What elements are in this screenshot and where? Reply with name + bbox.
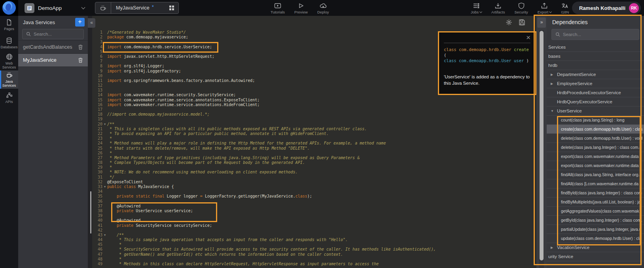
dependencies-tree: Servicesbaseshrdb▶DepartmentService▶Empl… <box>547 43 644 261</box>
code-line: 24 * Method names will play a major role… <box>92 141 535 146</box>
dependencies-scrollbar-thumb[interactable] <box>540 31 544 260</box>
search-icon <box>555 32 560 37</box>
sidebar-item-label: Web Services <box>0 61 18 69</box>
tree-node-row[interactable]: ▶DepartmentService <box>547 70 644 79</box>
header-jobs-button[interactable]: Jobs <box>466 0 487 16</box>
line-number: 37 <box>92 204 102 209</box>
tree-method-row[interactable]: count(class java.lang.String) : long <box>547 116 644 125</box>
fold-gutter <box>102 74 107 78</box>
tree-method-row[interactable]: delete(class java.lang.Integer) : class … <box>547 143 644 152</box>
tree-node-row[interactable]: bases <box>547 52 644 61</box>
trash-icon[interactable] <box>78 57 83 63</box>
service-list-item[interactable]: getCardsAndBalances <box>18 41 88 54</box>
line-number: 10 <box>92 74 102 78</box>
code-line: 18//import com.demoapp.myjavaservice.mod… <box>92 112 535 117</box>
tree-label: VacationService <box>557 245 589 250</box>
header-tutorials-button[interactable]: Tutorials <box>266 0 290 16</box>
line-number: 7 <box>92 59 102 64</box>
code-text: * Methods in this class can declare Http… <box>107 262 379 266</box>
sidebar-item-pages[interactable]: Pages <box>0 16 18 34</box>
dependencies-search <box>551 29 639 40</box>
i18n-icon <box>561 2 568 9</box>
tree-method-row[interactable]: getById(class java.lang.Integer) : class… <box>547 216 644 225</box>
trash-icon[interactable] <box>78 44 83 50</box>
services-search-input[interactable] <box>34 32 80 36</box>
fold-gutter <box>102 136 107 141</box>
header-center-actions: TutorialsPreviewDeploy <box>266 0 333 16</box>
app-switcher[interactable]: DemoApp <box>21 0 89 16</box>
tree-label: export(class com.wavemaker.runtime.data <box>561 163 639 168</box>
tree-method-row[interactable]: findAll(class [Lcom.wavemaker.runtime.da <box>547 179 644 188</box>
line-number: 28 <box>92 160 102 165</box>
tree-node-row[interactable]: ▶EmployeeService <box>547 79 644 88</box>
tree-method-row[interactable]: delete(class com.demoapp.hrdb.User) : vo… <box>547 134 644 143</box>
tree-method-row[interactable]: create(class com.demoapp.hrdb.User) : cl… <box>547 125 644 134</box>
sidebar-item-databases[interactable]: Databases <box>0 34 18 52</box>
code-text: * <box>107 165 112 170</box>
fold-marker-icon[interactable]: ▼ <box>102 122 107 127</box>
action-label: I18N <box>561 10 569 14</box>
file-tab[interactable]: MyJavaService * <box>95 2 179 14</box>
fold-marker-icon[interactable]: ▼ <box>102 184 107 189</box>
tree-method-row[interactable]: partialUpdate(class java.lang.Integer, j… <box>547 225 644 234</box>
tree-method-row[interactable]: findByMultipleIds(java.util.List, boolea… <box>547 198 644 207</box>
action-label: Jobs <box>471 10 479 14</box>
user-menu[interactable]: Ramesh Kothapalli RK <box>572 2 641 14</box>
code-text: * SecurityService that is Autowired will… <box>107 247 436 252</box>
header-export-button[interactable]: Export <box>533 0 556 16</box>
fold-gutter <box>102 117 107 122</box>
add-service-button[interactable]: + <box>75 18 85 27</box>
line-number: 29 <box>92 165 102 170</box>
header-i18n-button[interactable]: I18N <box>556 0 574 16</box>
security-icon <box>518 2 525 9</box>
line-number: 41 <box>92 223 102 228</box>
tree-node-row[interactable]: ▶VacationService <box>547 243 644 252</box>
service-list-item[interactable]: MyJavaService <box>18 54 88 67</box>
tree-method-row[interactable]: findById(class java.lang.Integer) : clas… <box>547 188 644 198</box>
tree-method-row[interactable]: export(class com.wavemaker.runtime.data <box>547 152 644 161</box>
tree-method-row[interactable]: export(class com.wavemaker.runtime.data <box>547 161 644 170</box>
header-artifacts-button[interactable]: Artifacts <box>487 0 510 16</box>
header-preview-button[interactable]: Preview <box>290 0 313 16</box>
code-line: 27 * Method Parameters of type primitive… <box>92 156 535 160</box>
export-icon <box>541 2 548 9</box>
tree-method-row[interactable]: getAggregatedValues(class com.wavemak <box>547 207 644 216</box>
sidebar-item-apis[interactable]: APIs <box>0 89 18 107</box>
dependencies-search-input[interactable] <box>563 32 635 37</box>
line-number: 44 <box>92 238 102 242</box>
tree-node-row[interactable]: urity Service <box>547 252 644 261</box>
sidebar-item-web-services[interactable]: Web Services <box>0 52 18 70</box>
editor-settings-gear-icon[interactable] <box>506 19 512 26</box>
wavemaker-logo-icon[interactable] <box>2 1 16 15</box>
expand-panel-button[interactable]: » <box>537 17 546 28</box>
code-line: 19 <box>92 117 535 122</box>
tree-method-row[interactable]: update(class com.demoapp.hrdb.User) : cl… <box>547 234 644 243</box>
tree-label: Services <box>548 45 566 49</box>
collapse-panel-button[interactable]: « <box>88 18 95 28</box>
header-deploy-button[interactable]: Deploy <box>313 0 334 16</box>
tree-node-row[interactable]: HrdbQueryExecutorService <box>547 97 644 106</box>
tree-node-row[interactable]: Services <box>547 43 644 52</box>
unsaved-indicator: * <box>152 4 154 10</box>
code-line: 21 * This is a singleton class with all … <box>92 127 535 131</box>
sidebar-item-java-services[interactable]: Java Services <box>0 70 18 89</box>
line-number: 27 <box>92 156 102 160</box>
code-text: import org.slf4j.Logger; <box>107 64 165 68</box>
tree-node-row[interactable]: HrdbProcedureExecutorService <box>547 88 644 97</box>
fold-marker-icon[interactable]: ▼ <box>102 233 107 238</box>
editor-scrollbar-thumb[interactable] <box>90 191 91 234</box>
tree-node-row[interactable]: hrdb <box>547 61 644 70</box>
close-icon[interactable]: × <box>526 33 530 42</box>
service-name: MyJavaService <box>23 57 57 63</box>
grid-icon[interactable] <box>169 5 174 11</box>
save-icon[interactable] <box>519 19 525 26</box>
line-number: 38 <box>92 209 102 213</box>
code-text: private UserService userService; <box>107 209 193 213</box>
tree-node-row[interactable]: ▼UserService <box>547 106 644 116</box>
line-number: 12 <box>92 83 102 88</box>
header-security-button[interactable]: Security <box>510 0 532 16</box>
wavemaker-studio-window: DemoApp MyJavaService * TutorialsPreview… <box>0 0 644 268</box>
line-number: 17 <box>92 107 102 112</box>
web-services-icon <box>6 53 13 60</box>
tree-method-row[interactable]: findAll(class java.lang.String, interfac… <box>547 170 644 179</box>
